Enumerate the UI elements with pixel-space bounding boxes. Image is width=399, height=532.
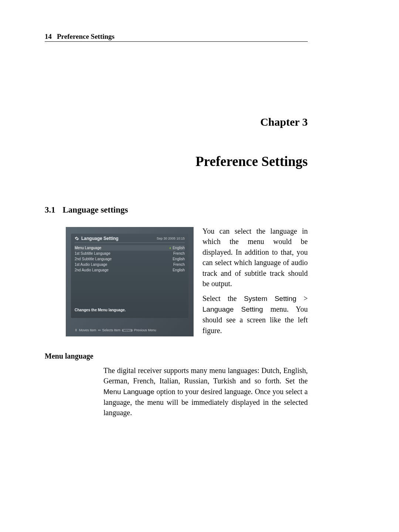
setting-value-text: English bbox=[173, 268, 185, 272]
left-arrow-icon bbox=[169, 247, 171, 249]
screenshot-help-text: Changes the Menu language. bbox=[75, 308, 126, 312]
subheading-menu-language: Menu language bbox=[45, 352, 93, 360]
section-heading: 3.1 Language settings bbox=[45, 205, 128, 215]
screenshot-body: Menu Language English 1st Subtitle Langu… bbox=[71, 244, 188, 274]
setting-label: 1st Audio Language bbox=[75, 262, 107, 267]
setting-row-menu-language[interactable]: Menu Language English bbox=[75, 245, 185, 251]
menu-badge: MENU bbox=[122, 329, 133, 332]
body-para-1: The digital receiver supports many menu … bbox=[103, 365, 308, 418]
screenshot-title-left: Language Setting bbox=[75, 236, 119, 241]
leftright-icon: ⇔ bbox=[98, 328, 101, 332]
screenshot-divider bbox=[75, 243, 185, 243]
screenshot-panel: Language Setting Sep 30 2005 10:15 Menu … bbox=[71, 234, 188, 318]
screenshot-footer: ⇕ Moves Item ⇔ Selects Item MENU Previou… bbox=[75, 328, 156, 332]
setting-value-text: English bbox=[173, 246, 185, 250]
updown-icon: ⇕ bbox=[75, 328, 78, 332]
body-p1-text-a: The digital receiver supports many menu … bbox=[103, 366, 308, 385]
setting-label: Menu Language bbox=[75, 246, 101, 250]
body-paragraph: The digital receiver supports many menu … bbox=[103, 365, 308, 418]
setting-row-1st-audio[interactable]: 1st Audio Language French bbox=[75, 262, 185, 267]
header-rule bbox=[45, 41, 308, 42]
setting-row-1st-subtitle[interactable]: 1st Subtitle Language French bbox=[75, 251, 185, 256]
chapter-label: Chapter 3 bbox=[260, 116, 308, 128]
side-paragraphs: You can select the language in which the… bbox=[202, 226, 308, 340]
screenshot-datetime: Sep 30 2005 10:15 bbox=[157, 237, 185, 240]
screenshot-title: Language Setting bbox=[81, 236, 119, 241]
header-title: Preference Settings bbox=[57, 33, 115, 41]
footer-moves: Moves Item bbox=[79, 328, 96, 332]
side-para-1: You can select the language in which the… bbox=[202, 226, 308, 289]
page-number: 14 bbox=[45, 33, 52, 41]
setting-value-text: French bbox=[173, 251, 185, 255]
footer-selects: Selects Item bbox=[102, 328, 121, 332]
setting-row-2nd-subtitle[interactable]: 2nd Subtitle Language English bbox=[75, 256, 185, 262]
setting-value-text: French bbox=[173, 262, 185, 267]
side-para-2: Select the System Setting > Language Set… bbox=[202, 293, 308, 336]
screenshot-figure: Language Setting Sep 30 2005 10:15 Menu … bbox=[66, 227, 194, 336]
language-setting-screenshot: Language Setting Sep 30 2005 10:15 Menu … bbox=[66, 227, 194, 336]
setting-value-text: English bbox=[173, 257, 185, 261]
setting-label: 2nd Audio Language bbox=[75, 268, 109, 272]
menu-path-separator: > bbox=[296, 294, 308, 302]
setting-label: 2nd Subtitle Language bbox=[75, 257, 112, 261]
menu-option-menu-language: Menu Language bbox=[103, 388, 154, 396]
setting-value: English bbox=[169, 246, 185, 250]
section-number: 3.1 bbox=[45, 205, 55, 214]
page-header: 14 Preference Settings bbox=[45, 33, 308, 41]
chapter-title: Preference Settings bbox=[195, 153, 308, 169]
menu-path-language-setting: Language Setting bbox=[202, 305, 263, 313]
side-p2-text-a: Select the bbox=[202, 294, 244, 302]
section-title: Language settings bbox=[63, 205, 128, 214]
menu-path-system-setting: System Setting bbox=[244, 295, 296, 302]
setting-row-2nd-audio[interactable]: 2nd Audio Language English bbox=[75, 267, 185, 273]
screenshot-titlebar: Language Setting Sep 30 2005 10:15 bbox=[71, 234, 188, 243]
setting-label: 1st Subtitle Language bbox=[75, 251, 110, 255]
footer-previous: Previous Menu bbox=[134, 328, 156, 332]
gear-icon bbox=[75, 236, 79, 241]
